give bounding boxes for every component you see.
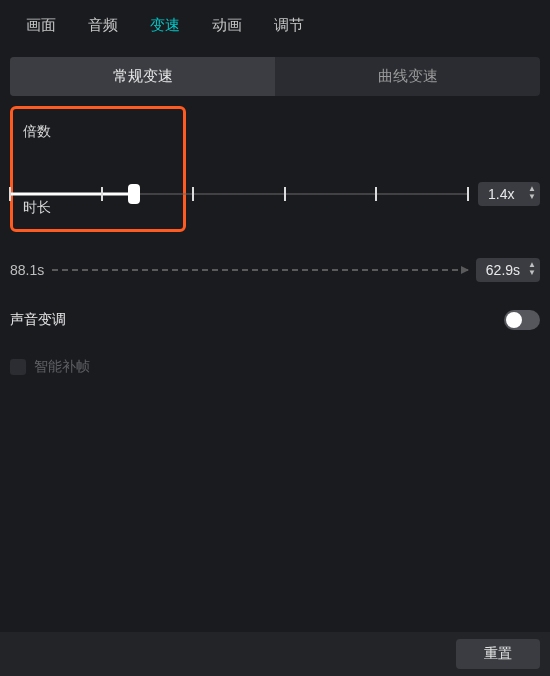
tab-audio[interactable]: 音频 — [72, 8, 134, 43]
arrow-icon — [52, 269, 468, 271]
tab-animation[interactable]: 动画 — [196, 8, 258, 43]
mode-tab-curve[interactable]: 曲线变速 — [275, 57, 540, 96]
top-nav-tabs: 画面 音频 变速 动画 调节 — [0, 0, 550, 51]
smart-interp-label: 智能补帧 — [34, 358, 90, 376]
speed-value: 1.4x — [488, 186, 514, 202]
result-duration-stepper[interactable]: 62.9s ▲▼ — [476, 258, 540, 282]
tab-speed[interactable]: 变速 — [134, 8, 196, 43]
toggle-knob-icon — [506, 312, 522, 328]
mode-tab-normal[interactable]: 常规变速 — [10, 57, 275, 96]
result-duration: 62.9s — [486, 262, 520, 278]
speed-highlight-box: 倍数 时长 — [10, 106, 186, 232]
smart-interp-checkbox — [10, 359, 26, 375]
stepper-arrows-icon[interactable]: ▲▼ — [528, 186, 536, 202]
speed-slider[interactable] — [10, 184, 468, 204]
pitch-toggle-row: 声音变调 — [10, 310, 540, 330]
speed-slider-handle[interactable] — [128, 184, 140, 204]
duration-row: 88.1s 62.9s ▲▼ — [10, 258, 540, 282]
pitch-toggle[interactable] — [504, 310, 540, 330]
pitch-toggle-label: 声音变调 — [10, 311, 66, 329]
tab-picture[interactable]: 画面 — [10, 8, 72, 43]
reset-button[interactable]: 重置 — [456, 639, 540, 669]
tab-adjust[interactable]: 调节 — [258, 8, 320, 43]
stepper-arrows-icon[interactable]: ▲▼ — [528, 262, 536, 278]
speed-mode-tabs: 常规变速 曲线变速 — [10, 57, 540, 96]
speed-multiplier-label: 倍数 — [23, 123, 173, 141]
original-duration: 88.1s — [10, 262, 44, 278]
smart-interp-row: 智能补帧 — [10, 358, 90, 376]
speed-slider-row: 1.4x ▲▼ — [10, 182, 540, 206]
footer-bar: 重置 — [0, 632, 550, 676]
speed-value-stepper[interactable]: 1.4x ▲▼ — [478, 182, 540, 206]
